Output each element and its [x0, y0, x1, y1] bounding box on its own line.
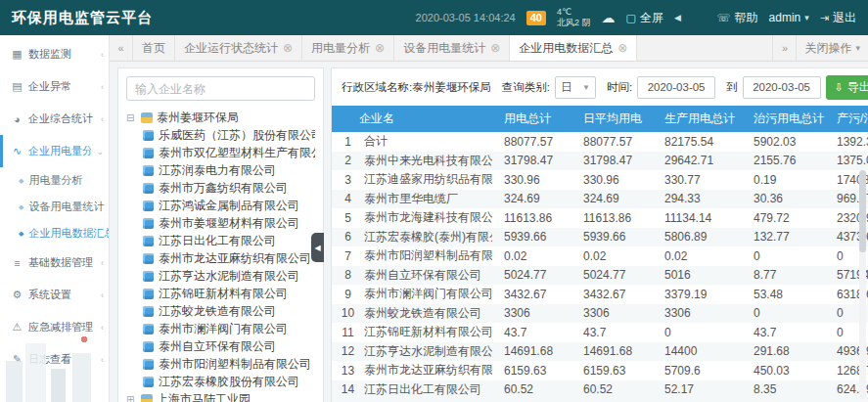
tab[interactable]: 企业运行状态统计 ⊗	[175, 35, 302, 61]
tab-scroll-right-icon[interactable]: »	[772, 35, 796, 61]
date-from-input[interactable]	[637, 76, 715, 99]
table-row[interactable]: 12 江苏亨达水泥制造有限公司 14691.68 14691.68 14400 …	[332, 342, 868, 362]
tab-close-icon[interactable]: ⊗	[490, 42, 500, 54]
user-menu[interactable]: admin ▾	[769, 11, 809, 24]
table-row[interactable]: 2 泰州中来光电科技有限公司 31798.47 31798.47 29642.7…	[332, 152, 868, 171]
logout-label: 退出	[833, 10, 856, 26]
table-row[interactable]: 14 江苏日出化工有限公司 60.52 60.52 52.17 8.35 624…	[332, 380, 868, 400]
header-collapse-arrow-icon[interactable]: ◀	[674, 13, 681, 22]
sidebar-menu-label: 数据监测	[28, 47, 96, 62]
tree-root-node[interactable]: ⊟ 泰州姜堰环保局	[126, 109, 315, 126]
sidebar-menu-item[interactable]: 应急减排管理 ‹	[0, 311, 109, 343]
company-building-icon	[143, 341, 154, 352]
tree-expand-toggle-icon[interactable]: ⊞	[126, 394, 137, 402]
tree-company-node[interactable]: 泰州自立环保有限公司	[143, 337, 315, 355]
chevron-icon: ⌄	[96, 147, 104, 156]
treatment-power-cell: 132.77	[748, 230, 831, 244]
table-row[interactable]: 10 泰州蛟龙铁造有限公司 3306 3306 3306 0 0	[332, 304, 868, 324]
date-to-input[interactable]	[743, 76, 821, 99]
tree-company-node[interactable]: 泰州市双亿塑型材料生产有限公司	[143, 144, 315, 161]
tree-company-node[interactable]: 江苏蛟龙铁造有限公司	[143, 302, 315, 320]
tree-company-label: 泰州市龙达亚麻纺织有限公司	[159, 250, 311, 267]
sidebar-menu-item[interactable]: 企业综合统计 ‹	[0, 103, 109, 135]
query-type-select[interactable]: 日 ▼	[555, 76, 596, 99]
tab[interactable]: 设备用电量统计 ⊗	[394, 35, 510, 61]
sidebar-menu-item[interactable]: 企业异常 ‹	[0, 70, 109, 103]
table-row[interactable]: 1 合计 88077.57 88077.57 82175.54 5902.03 …	[332, 132, 868, 152]
cloud-icon: ☁	[601, 11, 615, 24]
table-row[interactable]: 6 江苏宏泰橡胶(泰州)有限公司 5939.66 5939.66 5806.89…	[332, 228, 868, 247]
sidebar-menu-item[interactable]: 企业用电量分析 ⌄	[0, 135, 109, 167]
tab-scroll-left-icon[interactable]: «	[110, 35, 133, 61]
table-row[interactable]: 7 泰州市阳润塑料制品有限公司 0.02 0.02 0.02 0 0	[332, 246, 868, 266]
help-button[interactable]: ☏ 帮助	[717, 10, 758, 26]
panel-collapse-handle[interactable]: ◀	[311, 233, 324, 262]
tree-company-node[interactable]: 泰州市万鑫纺织有限公司	[143, 179, 315, 197]
tree-company-node[interactable]: 江苏宏泰橡胶股份有限公司	[143, 373, 315, 390]
sidebar-menu-item[interactable]: 系统设置 ‹	[0, 279, 109, 311]
sidebar-submenu-item[interactable]: ◆ 设备用电量统计	[0, 194, 109, 220]
tree-expand-toggle-icon[interactable]: ⊟	[126, 112, 137, 123]
table-row[interactable]: 9 泰州市澜洋阀门有限公司 3432.67 3432.67 3379.19 53…	[332, 285, 868, 304]
tree-company-node[interactable]: 江苏锦旺新材料有限公司	[143, 285, 315, 302]
tab[interactable]: 首页	[133, 35, 175, 61]
table-row[interactable]: 11 江苏锦旺新材料有限公司 43.7 43.7 0 43.7 0	[332, 323, 868, 342]
tab-close-icon[interactable]: ⊗	[375, 42, 385, 54]
daily-average-cell: 60.52	[577, 382, 659, 396]
tab[interactable]: 用电量分析 ⊗	[302, 35, 394, 61]
tree-company-node[interactable]: 泰州市阳润塑料制品有限公司	[143, 355, 315, 373]
table-row[interactable]: 8 泰州自立环保有限公司 5024.77 5024.77 5016 8.77 5…	[332, 266, 868, 286]
tree-company-node[interactable]: 江苏鸿诚金属制品有限公司	[143, 197, 315, 214]
row-number: 12	[341, 344, 355, 358]
main-row: 数据监测 ‹ 企业异常 ‹ 企业综合统计 ‹ 企业用电量分析	[0, 35, 868, 402]
tree-company-label: 泰州市双亿塑型材料生产有限公司	[159, 145, 315, 161]
tab-close-icon[interactable]: ⊗	[617, 42, 627, 54]
total-power-cell: 14691.68	[498, 344, 577, 358]
tree-company-node[interactable]: 江苏润泰电力有限公司	[143, 161, 315, 179]
tree-company-node[interactable]: 江苏亨达水泥制造有限公司	[143, 267, 315, 285]
table-row[interactable]: 13 泰州市龙达亚麻纺织有限公司 6159.63 6159.63 5709.6 …	[332, 361, 868, 380]
tree-company-node[interactable]: 乐威医药（江苏）股份有限公司	[143, 126, 315, 144]
company-name-cell: 泰州自立环保有限公司	[364, 267, 481, 284]
treatment-power-cell: 53.48	[748, 288, 831, 301]
tree-company-node[interactable]: 泰州市姜堰塑材料有限公司	[143, 214, 315, 232]
close-operations-button[interactable]: 关闭操作 ▾	[796, 35, 868, 61]
tab[interactable]: 企业用电数据汇总 ⊗	[510, 35, 637, 61]
sidebar-menu-item[interactable]: 数据监测 ‹	[0, 38, 109, 70]
table-row[interactable]: 3 江苏迪盛家用纺织品有限公司 330.96 330.96 330.77 0.1…	[332, 170, 868, 190]
sidebar-menu-item[interactable]: 日志查看 ‹	[0, 343, 109, 376]
daily-average-cell: 43.7	[577, 326, 659, 339]
sidebar-submenu-item[interactable]: ◆ 用电量分析	[0, 167, 109, 194]
company-tree-panel: ⊟ 泰州姜堰环保局 乐威医药（江苏）股份有限公司	[117, 67, 324, 402]
total-power-cell: 3432.67	[498, 288, 577, 301]
fullscreen-icon: ▢	[625, 13, 635, 23]
company-building-icon	[143, 148, 154, 158]
tree-company-node[interactable]: 泰州市龙达亚麻纺织有限公司	[143, 249, 315, 267]
company-building-icon	[143, 165, 154, 176]
tab-close-icon[interactable]: ⊗	[283, 42, 293, 54]
company-name-cell: 江苏迪盛家用纺织品有限公司	[364, 171, 492, 188]
submenu-bullet-icon: ◆	[19, 203, 23, 211]
scrollbar-thumb[interactable]	[859, 170, 866, 252]
app-root: 环保用电监管云平台 2020-03-05 14:04:24 40 4℃ 北风2 …	[0, 0, 868, 402]
table-row[interactable]: 4 泰州市里华电缆厂 324.69 324.69 294.33 30.36 96…	[332, 190, 868, 209]
tree-company-node[interactable]: 泰州市澜洋阀门有限公司	[143, 320, 315, 337]
aqi-badge: 40	[526, 11, 546, 25]
tree-company-node[interactable]: 江苏日出化工有限公司	[143, 232, 315, 249]
fullscreen-button[interactable]: ▢ 全屏	[625, 10, 662, 26]
table-row[interactable]: 5 泰州市龙海建科技有限公司 11613.86 11613.86 11134.1…	[332, 208, 868, 228]
tree-root2-node[interactable]: ⊞ 上海市马陆工业园	[126, 390, 315, 402]
sidebar-submenu-item[interactable]: ◆ 企业用电数据汇总	[0, 220, 109, 246]
weather-desc-text: 北风2 阴	[557, 18, 591, 28]
tree-company-label: 江苏日出化工有限公司	[159, 233, 276, 249]
table-column-header: 生产用电总计	[659, 111, 748, 127]
sidebar-menu-item[interactable]: 基础数据管理 ‹	[0, 246, 109, 279]
export-button[interactable]: ⇩ 导出	[826, 75, 868, 100]
vertical-scrollbar[interactable]	[859, 170, 866, 399]
logout-button[interactable]: ⇥ 退出	[820, 10, 856, 26]
sidebar-menu-label: 企业异常	[28, 79, 96, 94]
company-search-input[interactable]	[126, 76, 315, 101]
row-number: 8	[341, 268, 355, 282]
company-name-cell: 合计	[364, 133, 388, 150]
query-type-value: 日	[561, 80, 572, 95]
